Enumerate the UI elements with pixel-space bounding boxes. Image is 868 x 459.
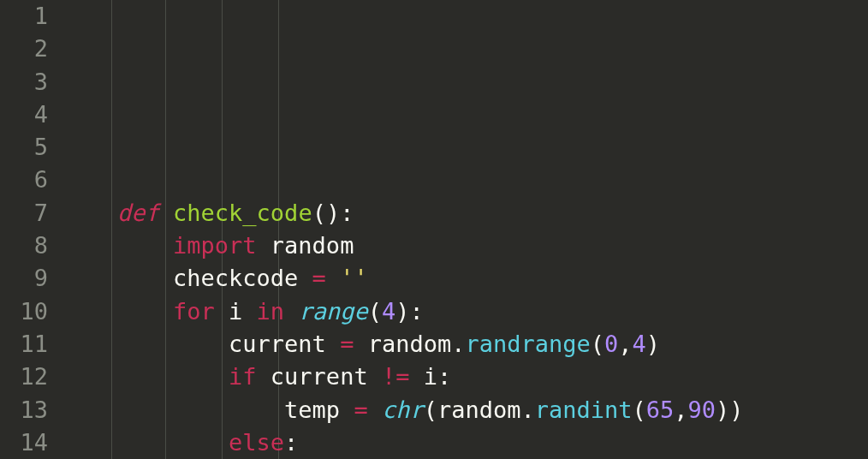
code-area[interactable]: def check_code(): import random checkcod… xyxy=(58,0,868,459)
line-number: 13 xyxy=(0,394,48,426)
line-number: 7 xyxy=(0,197,48,230)
line-number: 6 xyxy=(0,164,48,196)
token-p: ( xyxy=(591,331,604,357)
token-op: = xyxy=(354,396,367,423)
token-p: : xyxy=(284,429,298,456)
code-line[interactable]: def check_code(): xyxy=(62,197,868,230)
line-number: 3 xyxy=(0,66,48,98)
token-num: 4 xyxy=(382,298,395,325)
token-ident xyxy=(62,396,284,423)
token-ident xyxy=(62,298,173,325)
token-op: != xyxy=(382,363,410,390)
token-p: (): xyxy=(312,200,354,226)
token-op: = xyxy=(340,331,354,357)
code-line[interactable]: for i in range(4): xyxy=(62,295,868,328)
token-ident: random xyxy=(257,232,354,259)
token-num: 0 xyxy=(604,331,618,357)
token-ident xyxy=(159,200,173,226)
code-editor[interactable]: 1234567891011121314 def check_code(): im… xyxy=(0,0,868,459)
token-ident: temp xyxy=(284,396,354,423)
token-str: '' xyxy=(340,265,368,291)
token-kw2: for xyxy=(173,298,215,325)
line-number: 5 xyxy=(0,131,48,164)
token-p: , xyxy=(674,396,687,423)
code-line[interactable]: if current != i: xyxy=(62,361,868,393)
token-call: randrange xyxy=(465,331,590,357)
line-number: 2 xyxy=(0,33,48,65)
token-num: 4 xyxy=(633,331,646,357)
token-ident xyxy=(326,265,340,291)
token-ident: (random. xyxy=(424,396,535,423)
token-op: = xyxy=(312,265,326,291)
code-line[interactable]: current = random.randrange(0,4) xyxy=(62,328,868,361)
line-number: 12 xyxy=(0,361,48,393)
token-builtin: chr xyxy=(382,396,424,423)
token-ident xyxy=(62,363,229,390)
token-p: ): xyxy=(395,298,424,325)
code-line[interactable]: checkcode = '' xyxy=(62,262,868,295)
token-ident: i: xyxy=(409,363,451,390)
line-number: 9 xyxy=(0,262,48,295)
token-builtin: range xyxy=(298,298,367,325)
token-ident xyxy=(284,298,298,325)
line-number: 8 xyxy=(0,230,48,262)
token-kw: def xyxy=(117,200,159,226)
token-ident: current xyxy=(229,331,340,357)
token-ident xyxy=(62,200,117,226)
token-ident: checkcode xyxy=(173,265,312,291)
token-kw2: else xyxy=(229,429,284,456)
token-kw2: if xyxy=(229,363,257,390)
token-p: ) xyxy=(646,331,660,357)
code-line[interactable]: temp = chr(random.randint(65,90)) xyxy=(62,394,868,426)
token-ident: i xyxy=(215,298,257,325)
token-p: ( xyxy=(368,298,382,325)
token-ident: random. xyxy=(354,331,465,357)
token-p: , xyxy=(618,331,632,357)
token-fn: check_code xyxy=(173,200,312,226)
token-kw2: import xyxy=(173,232,257,259)
line-number: 10 xyxy=(0,295,48,328)
line-number-gutter: 1234567891011121314 xyxy=(0,0,58,459)
token-ident xyxy=(62,265,173,291)
token-kw2: in xyxy=(257,298,285,325)
token-ident: current xyxy=(257,363,382,390)
token-p: )) xyxy=(716,396,744,423)
token-ident xyxy=(62,232,173,259)
line-number: 1 xyxy=(0,0,48,33)
token-ident xyxy=(62,331,229,357)
line-number: 4 xyxy=(0,98,48,131)
token-ident xyxy=(62,429,229,456)
token-ident xyxy=(368,396,382,423)
token-num: 65 xyxy=(646,396,675,423)
code-line[interactable]: else: xyxy=(62,426,868,459)
code-line[interactable]: import random xyxy=(62,230,868,262)
token-call: randint xyxy=(535,396,633,423)
line-number: 14 xyxy=(0,426,48,459)
token-p: ( xyxy=(633,396,646,423)
token-num: 90 xyxy=(688,396,716,423)
line-number: 11 xyxy=(0,328,48,361)
